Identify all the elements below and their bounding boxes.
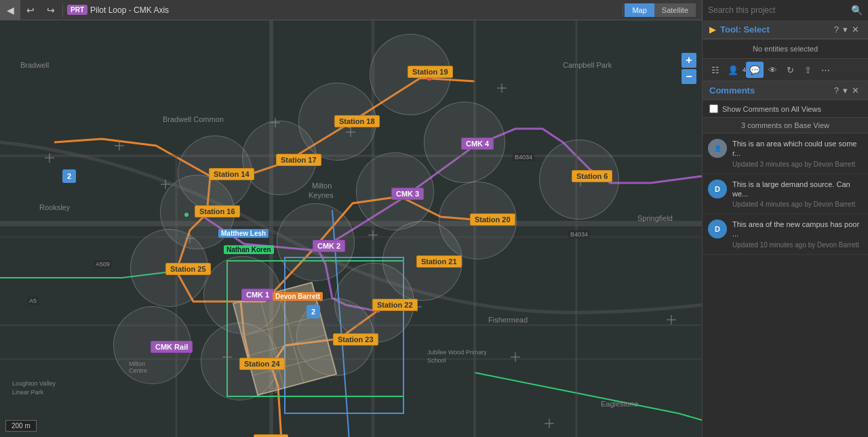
comment-1-meta: Updated 3 minutes ago by Devon Barrett xyxy=(732,161,863,168)
close-btn[interactable]: ✕ xyxy=(850,24,861,35)
search-input[interactable] xyxy=(703,5,846,15)
divider1 xyxy=(62,3,63,17)
station-20[interactable]: Station 20 xyxy=(470,213,515,226)
user-devon[interactable]: Devon Barrett xyxy=(273,292,323,301)
tool-title: Tool: Select xyxy=(720,24,832,35)
comment-3-avatar: D xyxy=(708,220,727,238)
scale-label: 200 m xyxy=(12,422,31,430)
station-22[interactable]: Station 22 xyxy=(372,299,418,311)
comment-2-content: This is a large demand source. Can we...… xyxy=(732,180,863,209)
eye-icon[interactable]: 👁 xyxy=(764,62,781,78)
help-btn[interactable]: ? xyxy=(832,24,841,35)
comment-1-content: This is an area which could use some r..… xyxy=(732,139,863,168)
comments-header: Comments ? ▾ ✕ xyxy=(703,81,868,100)
station-ph4[interactable]: PH4 - 2 xyxy=(254,434,288,437)
comment-2[interactable]: D This is a large demand source. Can we.… xyxy=(703,174,868,215)
back-btn[interactable]: ◀ xyxy=(0,0,20,20)
map-btn[interactable]: Map xyxy=(625,3,654,17)
comment-2-text: This is a large demand source. Can we... xyxy=(732,180,863,199)
show-comments-checkbox[interactable] xyxy=(709,104,718,113)
prt-badge: PRT xyxy=(67,5,87,15)
station-25[interactable]: Station 25 xyxy=(165,263,211,275)
right-panel: ▶ Tool: Select ? ▾ ✕ No entities selecte… xyxy=(702,20,868,437)
undo-btn[interactable]: ↩ xyxy=(20,0,41,20)
map-container[interactable]: Bradwell Bradwell Common Rooksley Milton… xyxy=(0,20,702,437)
station-cmkrail[interactable]: CMK Rail xyxy=(151,341,193,353)
redo-btn[interactable]: ↪ xyxy=(41,0,61,20)
station-14[interactable]: Station 14 xyxy=(209,168,254,180)
station-cmk1[interactable]: CMK 1 xyxy=(241,289,274,301)
station-19[interactable]: Station 19 xyxy=(408,66,453,78)
satellite-btn[interactable]: Satellite xyxy=(654,3,696,17)
export-icon[interactable]: ⇧ xyxy=(799,62,816,78)
search-bar: 🔍 xyxy=(702,0,868,20)
comment-1-text: This is an area which could use some r..… xyxy=(732,139,863,159)
station-cmk3[interactable]: CMK 3 xyxy=(391,188,424,200)
comments-expand-btn[interactable]: ▾ xyxy=(841,85,850,96)
show-comments-row: Show Comments on All Views xyxy=(703,100,868,118)
history-icon[interactable]: ↻ xyxy=(781,62,799,78)
station-6[interactable]: Station 6 xyxy=(572,170,612,182)
comment-2-avatar: D xyxy=(708,180,727,199)
show-comments-label[interactable]: Show Comments on All Views xyxy=(722,105,821,113)
users-icon[interactable]: 👤 xyxy=(724,62,742,78)
station-18[interactable]: Station 18 xyxy=(334,115,380,127)
panel-icon-row: ☷ 👤 4 💬 👁 ↻ ⇧ ⋯ xyxy=(703,59,868,81)
properties-icon[interactable]: ☷ xyxy=(707,62,724,78)
map-satellite-toggle: Map Satellite xyxy=(625,3,696,17)
comments-title: Comments xyxy=(709,85,832,96)
map-svg xyxy=(0,20,702,437)
comment-1-avatar: 👤 xyxy=(708,139,727,158)
project-title: Pilot Loop - CMK Axis xyxy=(90,5,621,15)
num-badge-2b: 2 xyxy=(307,305,320,318)
comment-3-content: This area of the new campus has poor ...… xyxy=(732,220,863,249)
divider2 xyxy=(623,3,623,17)
zoom-out-btn[interactable]: − xyxy=(682,69,696,84)
station-23[interactable]: Station 23 xyxy=(333,333,378,346)
station-cmk4[interactable]: CMK 4 xyxy=(461,138,494,150)
comment-3[interactable]: D This area of the new campus has poor .… xyxy=(703,214,868,255)
station-cmk2[interactable]: CMK 2 xyxy=(313,240,345,252)
tool-header: ▶ Tool: Select ? ▾ ✕ xyxy=(703,20,868,39)
comment-3-meta: Updated 10 minutes ago by Devon Barrett xyxy=(732,241,863,249)
comments-close-btn[interactable]: ✕ xyxy=(850,85,861,96)
station-24[interactable]: Station 24 xyxy=(239,358,285,370)
comments-help-btn[interactable]: ? xyxy=(832,85,841,96)
scale-bar: 200 m xyxy=(5,420,37,432)
station-17[interactable]: Station 17 xyxy=(276,154,321,166)
cursor-icon: ▶ xyxy=(709,24,716,35)
user-matthew[interactable]: Matthew Lesh xyxy=(218,229,269,238)
station-16[interactable]: Station 16 xyxy=(195,205,240,217)
no-entities-msg: No entities selected xyxy=(703,39,868,59)
comments-count: 3 comments on Base View xyxy=(703,118,868,133)
num-badge-2: 2 xyxy=(62,169,76,183)
collapse-btn[interactable]: ▾ xyxy=(841,24,850,35)
user-nathan[interactable]: Nathan Koren xyxy=(224,245,274,254)
search-icon: 🔍 xyxy=(846,5,868,16)
zoom-in-btn[interactable]: + xyxy=(682,53,696,68)
comment-3-text: This area of the new campus has poor ... xyxy=(732,220,863,239)
toolbar: ◀ ↩ ↪ PRT Pilot Loop - CMK Axis Map Sate… xyxy=(0,0,868,20)
svg-point-53 xyxy=(184,213,189,217)
comment-1[interactable]: 👤 This is an area which could use some r… xyxy=(703,133,868,174)
comment-2-meta: Updated 4 minutes ago by Devon Barrett xyxy=(732,201,863,208)
more-icon[interactable]: ⋯ xyxy=(816,62,834,78)
comments-icon[interactable]: 💬 xyxy=(746,62,764,78)
station-21[interactable]: Station 21 xyxy=(416,255,462,268)
